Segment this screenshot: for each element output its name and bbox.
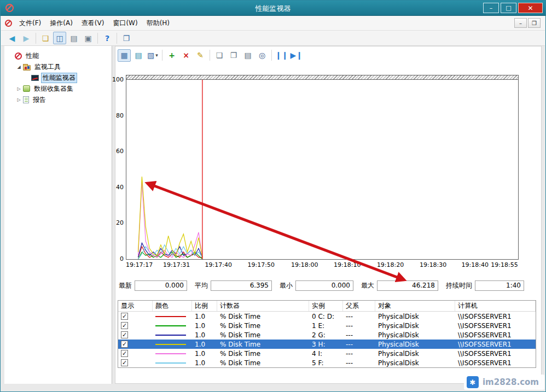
child-minimize-button[interactable]: – xyxy=(514,18,527,28)
tree-item-performance-monitor[interactable]: 性能监视器 xyxy=(4,72,112,83)
menu-window[interactable]: 窗口(W) xyxy=(108,16,142,30)
maximum-value: 46.218 xyxy=(377,280,438,291)
show-checkbox[interactable]: ✓ xyxy=(121,331,128,338)
counter-row[interactable]: ✓1.0% Disk Time4 I:---PhysicalDisk\\ISOF… xyxy=(118,349,536,358)
parent-cell: --- xyxy=(343,331,375,339)
tree-item-monitoring-tools[interactable]: ◢监视工具 xyxy=(4,61,112,72)
menu-action[interactable]: 操作(A) xyxy=(45,16,77,30)
toolbar-separator xyxy=(271,50,272,61)
menu-file[interactable]: 文件(F) xyxy=(15,16,45,30)
computer-cell: \\ISOFSSERVER1 xyxy=(455,350,536,358)
update-data-button[interactable]: ▶❙ xyxy=(289,49,303,62)
tree-item-label: 报告 xyxy=(31,95,48,105)
color-cell xyxy=(153,331,192,339)
action-pane-button[interactable]: ❐ xyxy=(120,32,133,44)
y-axis-tick-label: 20 xyxy=(105,219,124,226)
action-pane-icon: ❐ xyxy=(123,34,130,42)
value-bar: 最新 0.000 平均 6.395 最小 0.000 最大 46.218 持续时… xyxy=(119,280,524,291)
scale-cell: 1.0 xyxy=(192,359,217,367)
perfmon-toolbar: ▦▤▧▾+×✎❏❐▤◎❙❙▶❙ xyxy=(117,48,304,62)
scale-cell: 1.0 xyxy=(192,350,217,358)
menu-help[interactable]: 帮助(H) xyxy=(142,16,174,30)
help-button[interactable]: ? xyxy=(101,32,114,44)
copy-properties-button[interactable]: ❏ xyxy=(213,49,226,62)
counter-row[interactable]: ✓1.0% Disk Time2 G:---PhysicalDisk\\ISOF… xyxy=(118,330,536,340)
average-label: 平均 xyxy=(195,281,208,290)
maximize-button[interactable]: □ xyxy=(501,3,516,13)
highlight-button[interactable]: ✎ xyxy=(194,49,207,62)
counter-row[interactable]: ✓1.0% Disk Time0 C: D:---PhysicalDisk\\I… xyxy=(118,312,536,321)
counter-row[interactable]: ✓1.0% Disk Time3 H:---PhysicalDisk\\ISOF… xyxy=(118,340,536,349)
view-current-activity-icon: ▦ xyxy=(120,51,127,59)
mmc-toolbar: ◀▶❏◫▤▣?❐ xyxy=(1,31,545,46)
freeze-display-icon: ❙❙ xyxy=(275,51,288,59)
content-pane: ▦▤▧▾+×✎❏❐▤◎❙❙▶❙ 100806040200 19:17:1719:… xyxy=(115,46,542,384)
show-checkbox[interactable]: ✓ xyxy=(121,359,128,366)
tree-item-performance[interactable]: 性能 xyxy=(4,50,112,61)
view-current-activity-button[interactable]: ▦ xyxy=(118,49,131,62)
tree-item-reports[interactable]: ▷报告 xyxy=(4,94,112,105)
instance-cell: 4 I: xyxy=(309,350,343,358)
delete-counter-button[interactable]: × xyxy=(179,49,193,62)
tree-item-data-collector-sets[interactable]: ▷数据收集器集 xyxy=(4,83,112,94)
minimize-button[interactable]: – xyxy=(483,3,499,13)
color-swatch xyxy=(155,335,186,336)
column-header-0[interactable]: 显示 xyxy=(118,301,153,311)
scale-cell: 1.0 xyxy=(192,341,217,348)
forward-button[interactable]: ▶ xyxy=(20,32,33,44)
add-counter-button[interactable]: + xyxy=(165,49,178,62)
close-button[interactable]: ✕ xyxy=(518,3,543,13)
column-header-4[interactable]: 实例 xyxy=(309,301,343,311)
column-header-1[interactable]: 颜色 xyxy=(153,301,192,311)
paste-counter-list-button[interactable]: ❐ xyxy=(227,49,240,62)
color-cell xyxy=(153,313,192,320)
highlight-icon: ✎ xyxy=(197,51,204,59)
show-cell: ✓ xyxy=(118,341,153,348)
object-cell: PhysicalDisk xyxy=(375,350,455,358)
computer-cell: \\ISOFSSERVER1 xyxy=(455,331,536,339)
counter-cell: % Disk Time xyxy=(217,359,309,367)
show-checkbox[interactable]: ✓ xyxy=(121,313,128,320)
export-list-button[interactable]: ▤ xyxy=(67,32,80,44)
column-header-7[interactable]: 计算机 xyxy=(455,301,536,311)
show-checkbox[interactable]: ✓ xyxy=(121,350,128,357)
zoom-icon: ◎ xyxy=(259,51,265,59)
zoom-button[interactable]: ◎ xyxy=(255,49,269,62)
instance-cell: 2 G: xyxy=(309,331,343,339)
title-bar[interactable]: 性能监视器 – □ ✕ xyxy=(1,1,545,16)
color-cell xyxy=(153,322,192,330)
chart-area[interactable] xyxy=(126,75,519,260)
x-axis-tick-label: 19:17:31 xyxy=(163,261,190,268)
freeze-display-button[interactable]: ❙❙ xyxy=(275,49,288,62)
x-axis-tick-label: 19:17:50 xyxy=(248,261,275,268)
dropdown-arrow-icon: ▾ xyxy=(155,52,158,58)
properties-button[interactable]: ▣ xyxy=(82,32,95,44)
up-level-button[interactable]: ❏ xyxy=(39,32,52,44)
column-header-3[interactable]: 计数器 xyxy=(217,301,309,311)
collapsed-arrow-icon[interactable]: ▷ xyxy=(15,86,22,91)
child-restore-button[interactable]: ❐ xyxy=(528,18,541,28)
color-swatch xyxy=(155,353,186,354)
report-view-button[interactable]: ▤ xyxy=(241,49,254,62)
show-checkbox[interactable]: ✓ xyxy=(121,341,128,348)
counter-cell: % Disk Time xyxy=(217,341,309,348)
column-header-2[interactable]: 比例 xyxy=(192,301,217,311)
x-axis-tick-label: 19:18:00 xyxy=(291,261,318,268)
export-list-icon: ▤ xyxy=(70,34,77,42)
collapsed-arrow-icon[interactable]: ▷ xyxy=(15,97,22,102)
view-log-data-button[interactable]: ▤ xyxy=(132,49,145,62)
column-header-6[interactable]: 对象 xyxy=(375,301,455,311)
back-button[interactable]: ◀ xyxy=(5,32,19,44)
menu-view[interactable]: 查看(V) xyxy=(77,16,109,30)
scale-cell: 1.0 xyxy=(192,322,217,330)
series-line xyxy=(138,247,202,258)
counter-cell: % Disk Time xyxy=(217,322,309,330)
counter-row[interactable]: ✓1.0% Disk Time5 F:---PhysicalDisk\\ISOF… xyxy=(118,358,536,367)
counter-row[interactable]: ✓1.0% Disk Time1 E:---PhysicalDisk\\ISOF… xyxy=(118,321,536,330)
show-hide-tree-button[interactable]: ◫ xyxy=(53,32,66,44)
column-header-5[interactable]: 父系 xyxy=(343,301,375,311)
expanded-arrow-icon[interactable]: ◢ xyxy=(15,65,22,69)
minimum-label: 最小 xyxy=(280,281,293,290)
chart-type-button[interactable]: ▧▾ xyxy=(146,49,159,62)
show-checkbox[interactable]: ✓ xyxy=(121,322,128,329)
